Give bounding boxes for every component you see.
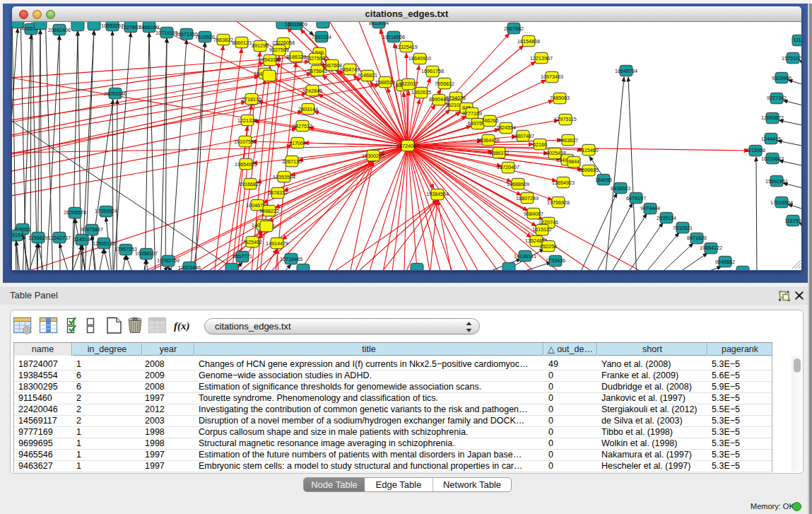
svg-text:9474444: 9474444 — [640, 205, 660, 211]
svg-text:18807249: 18807249 — [516, 195, 539, 201]
svg-text:7625402: 7625402 — [242, 239, 262, 245]
svg-text:7386372: 7386372 — [489, 150, 509, 156]
svg-text:3267130: 3267130 — [282, 158, 302, 165]
svg-text:10107552: 10107552 — [234, 139, 257, 145]
svg-text:3822037: 3822037 — [399, 81, 418, 87]
svg-text:14136141: 14136141 — [514, 253, 536, 259]
svg-text:17359924: 17359924 — [95, 208, 117, 214]
svg-text:90975887: 90975887 — [81, 226, 103, 233]
svg-text:2935134: 2935134 — [657, 215, 676, 221]
svg-text:16648784: 16648784 — [615, 68, 637, 74]
svg-text:8471626: 8471626 — [687, 235, 707, 241]
svg-text:1221338: 1221338 — [237, 117, 257, 124]
svg-text:15300295: 15300295 — [362, 153, 384, 159]
svg-text:10807487: 10807487 — [512, 133, 534, 139]
svg-text:7515526: 7515526 — [195, 34, 215, 40]
svg-text:9329966: 9329966 — [772, 75, 792, 81]
svg-text:20053346: 20053346 — [104, 90, 126, 97]
svg-text:9115460: 9115460 — [579, 147, 598, 153]
svg-text:8427512: 8427512 — [293, 123, 312, 129]
svg-text:12353594: 12353594 — [273, 174, 295, 180]
svg-text:9777169: 9777169 — [462, 110, 482, 117]
svg-text:39154: 39154 — [12, 232, 23, 238]
svg-text:12213967: 12213967 — [530, 55, 553, 62]
svg-text:8186328: 8186328 — [286, 54, 306, 60]
svg-text:20364436: 20364436 — [477, 137, 500, 144]
svg-text:10973493: 10973493 — [541, 74, 563, 80]
svg-text:11325419: 11325419 — [395, 44, 417, 50]
svg-text:9146821: 9146821 — [358, 72, 377, 78]
svg-text:10543382: 10543382 — [259, 57, 281, 63]
svg-text:16210643: 16210643 — [761, 156, 784, 162]
svg-text:20691406: 20691406 — [48, 27, 71, 33]
svg-text:9657771: 9657771 — [233, 253, 252, 259]
svg-text:f(x): f(x) — [174, 320, 190, 332]
svg-text:1244415: 1244415 — [761, 136, 781, 142]
svg-text:7485063: 7485063 — [550, 95, 570, 101]
svg-text:12093872: 12093872 — [761, 115, 784, 121]
svg-text:12975115: 12975115 — [554, 116, 576, 122]
svg-text:12342737: 12342737 — [48, 235, 71, 241]
svg-text:6479197: 6479197 — [626, 195, 646, 201]
svg-text:9463627: 9463627 — [558, 137, 578, 144]
svg-text:9844: 9844 — [568, 158, 579, 165]
svg-text:5875645: 5875645 — [307, 68, 327, 74]
svg-text:16033809: 16033809 — [285, 22, 307, 28]
svg-text:16154808: 16154808 — [517, 38, 540, 45]
svg-text:2967608: 2967608 — [322, 62, 342, 69]
svg-text:7955812: 7955812 — [435, 81, 454, 87]
svg-text:12505135: 12505135 — [93, 240, 115, 247]
svg-text:164095: 164095 — [595, 177, 612, 183]
svg-text:19218506: 19218506 — [382, 34, 405, 40]
svg-text:891295: 891295 — [252, 42, 269, 49]
svg-text:9084067: 9084067 — [524, 211, 543, 217]
svg-text:10654122: 10654122 — [700, 245, 722, 251]
svg-text:17016504: 17016504 — [770, 199, 793, 206]
svg-text:15720407: 15720407 — [497, 164, 519, 170]
svg-text:8699695: 8699695 — [579, 167, 599, 173]
svg-text:8813054: 8813054 — [369, 22, 389, 26]
svg-text:1362615: 1362615 — [411, 89, 431, 95]
svg-text:9327508: 9327508 — [269, 47, 289, 53]
svg-text:62160: 62160 — [533, 141, 547, 148]
svg-text:10358107: 10358107 — [135, 250, 158, 257]
svg-text:1615112: 1615112 — [532, 226, 551, 233]
svg-text:116753: 116753 — [784, 218, 801, 224]
svg-text:15716485: 15716485 — [280, 256, 302, 262]
svg-text:16961758: 16961758 — [421, 68, 444, 74]
svg-text:2803144: 2803144 — [298, 106, 318, 112]
svg-text:114519: 114519 — [73, 236, 90, 243]
svg-text:1588520: 1588520 — [375, 79, 395, 86]
svg-text:9498222: 9498222 — [259, 208, 279, 214]
svg-text:7663822: 7663822 — [213, 37, 233, 43]
svg-text:252254: 252254 — [540, 243, 557, 250]
svg-text:9242845: 9242845 — [302, 88, 322, 94]
svg-text:12923446: 12923446 — [178, 264, 201, 270]
svg-text:2718176: 2718176 — [242, 96, 261, 103]
svg-text:1156829: 1156829 — [28, 235, 47, 241]
svg-text:2087682: 2087682 — [504, 25, 524, 32]
svg-text:15751074: 15751074 — [782, 55, 801, 62]
svg-text:19756928: 19756928 — [547, 199, 570, 206]
svg-text:1112: 1112 — [794, 37, 801, 43]
svg-text:19654925: 19654925 — [235, 161, 257, 168]
svg-text:5878332: 5878332 — [268, 189, 288, 196]
svg-text:10688609: 10688609 — [507, 181, 529, 187]
svg-text:18724007: 18724007 — [396, 143, 419, 149]
svg-text:7632621: 7632621 — [673, 225, 693, 231]
svg-text:8215958: 8215958 — [746, 147, 765, 153]
svg-text:26206578: 26206578 — [64, 209, 86, 216]
svg-text:17957253: 17957253 — [114, 246, 137, 252]
svg-text:19166827: 19166827 — [239, 181, 261, 187]
svg-text:13654923: 13654923 — [552, 180, 575, 186]
svg-text:19384554: 19384554 — [426, 191, 449, 197]
svg-text:8454749: 8454749 — [340, 66, 360, 73]
svg-text:14914479: 14914479 — [266, 240, 288, 247]
svg-text:9245652: 9245652 — [715, 259, 735, 265]
svg-text:1527602: 1527602 — [121, 24, 141, 30]
svg-text:9227342: 9227342 — [767, 95, 787, 101]
svg-text:746266: 746266 — [481, 117, 498, 124]
svg-text:7357224: 7357224 — [312, 34, 331, 40]
svg-text:15692951: 15692951 — [765, 178, 788, 185]
svg-text:1733426: 1733426 — [546, 257, 565, 264]
